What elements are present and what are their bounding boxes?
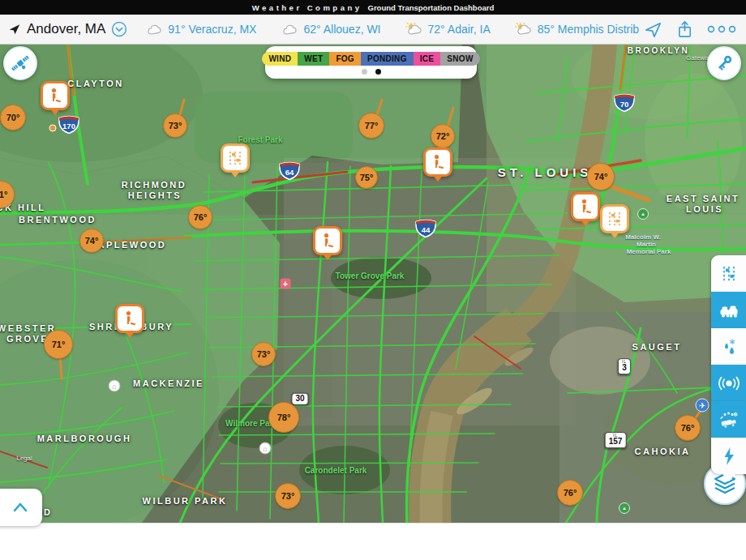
weather-condition-icon: [515, 23, 533, 36]
temperature-bubble[interactable]: 70°: [0, 105, 26, 130]
map-canvas[interactable]: 170 64 44: [0, 45, 746, 523]
dashboard-root: Weather Company Ground Transportation Da…: [0, 0, 746, 560]
road-report-icon: [606, 210, 624, 228]
alert-marker[interactable]: [423, 147, 452, 177]
map-label: WEBSTER: [0, 323, 56, 333]
temperature-bubble[interactable]: 77°: [358, 113, 384, 139]
route-report-button[interactable]: [711, 255, 746, 292]
legend-item: PONDING: [361, 52, 414, 66]
legend-item: ICE: [414, 52, 441, 66]
map-label: Legal: [16, 455, 32, 462]
pager-dot[interactable]: [362, 69, 367, 75]
temperature-bubble[interactable]: 71°: [44, 330, 73, 359]
svg-text:❄: ❄: [729, 337, 735, 345]
pedestrian-slip-icon: [121, 310, 139, 327]
more-options-icon[interactable]: [707, 24, 736, 34]
svg-text:170: 170: [62, 122, 75, 130]
map-label: CLAYTON: [67, 79, 123, 88]
map-layer-rail: ❄ ❄: [711, 255, 746, 474]
map-label: EAST SAINT: [667, 194, 740, 203]
station-chip-label: 62° Allouez, WI: [303, 23, 380, 36]
temperature-bubble[interactable]: 73°: [251, 342, 276, 366]
alert-marker[interactable]: [221, 143, 250, 173]
map-label: Forest Park: [238, 135, 282, 144]
pedestrian-slip-icon: [577, 198, 594, 216]
map-poi-icon: +: [281, 279, 291, 289]
pager-dot[interactable]: [375, 69, 381, 75]
location-selector[interactable]: Andover, MA: [0, 21, 127, 37]
legend-item: WIND: [262, 52, 298, 66]
interstate-shield: 170: [58, 114, 80, 138]
legend-item: WET: [298, 52, 329, 66]
interstate-shield: 64: [278, 160, 301, 184]
svg-text:64: 64: [285, 168, 294, 177]
route-shield: IL157: [605, 432, 627, 448]
key-icon: [714, 53, 735, 74]
chevron-down-circle-icon[interactable]: [111, 21, 127, 37]
window-titlebar: Weather Company Ground Transportation Da…: [0, 0, 746, 15]
lightning-button[interactable]: [711, 438, 746, 474]
temperature-bubble[interactable]: 78°: [268, 402, 299, 433]
collapse-panel-button[interactable]: [0, 489, 42, 526]
map-label: LOUIS: [686, 204, 723, 214]
map-label: BRENTWOOD: [19, 215, 96, 224]
svg-text:❄: ❄: [732, 411, 737, 418]
legend-item: SNOW: [440, 52, 479, 66]
collapse-chevron-icon: [10, 501, 31, 514]
radar-button[interactable]: [711, 365, 746, 401]
weather-condition-icon: [145, 23, 163, 36]
share-icon[interactable]: [675, 19, 694, 40]
location-name: Andover, MA: [27, 21, 105, 37]
station-chip[interactable]: 91° Veracruz, MX: [145, 23, 256, 36]
alert-marker[interactable]: [600, 204, 629, 233]
temperature-bubble[interactable]: 76°: [675, 415, 701, 441]
weather-condition-icon: [405, 23, 423, 36]
traffic-button[interactable]: [711, 292, 746, 328]
lightning-icon: [719, 446, 739, 467]
road-report-icon: [226, 149, 244, 167]
temperature-bubble[interactable]: 74°: [79, 229, 104, 253]
map-poi-icon: ▲: [619, 502, 630, 514]
alert-marker[interactable]: [313, 226, 342, 255]
temperature-bubble[interactable]: 76°: [557, 480, 583, 506]
station-chip[interactable]: 72° Adair, IA: [405, 23, 491, 36]
alert-marker[interactable]: [115, 304, 144, 333]
locate-arrow-black-icon: [8, 23, 21, 36]
timeline-playbar: 1x 4:20 PM EDT: [0, 523, 746, 560]
temperature-bubble[interactable]: 76°: [188, 205, 212, 229]
vehicle-weather-button[interactable]: ❄: [711, 401, 746, 438]
temperature-bubble[interactable]: 74°: [587, 163, 615, 190]
map-label: HEIGHTS: [128, 190, 182, 200]
map-label: ST. LOUIS: [498, 165, 593, 179]
map-poi-icon: ⌂: [259, 442, 272, 455]
legend-pager-dots[interactable]: [362, 69, 381, 75]
route-shield: IL3: [618, 358, 631, 374]
map-label: WILBUR PARK: [143, 496, 228, 506]
precip-type-button[interactable]: ❄: [711, 328, 746, 365]
brand-title: Weather Company: [252, 3, 362, 12]
map-label: CAHOKIA: [635, 447, 691, 456]
map-poi-icon: [49, 125, 57, 132]
hazard-legend-card: WINDWETFOGPONDINGICESNOW: [265, 46, 477, 79]
temperature-bubble[interactable]: 72°: [431, 124, 455, 148]
map-label: Tower Grove Park: [336, 271, 405, 280]
interstate-shield: 70: [613, 92, 636, 116]
temperature-bubble[interactable]: 73°: [163, 113, 187, 138]
map-label: MARLBOROUGH: [37, 434, 132, 443]
map-poi-icon: ✈: [696, 399, 710, 413]
station-chip[interactable]: 62° Allouez, WI: [281, 23, 380, 36]
map-poi-icon: ⌂: [109, 380, 121, 392]
satellite-view-button[interactable]: [3, 46, 37, 80]
temperature-bubble[interactable]: 75°: [355, 166, 378, 189]
station-chip[interactable]: 85° Memphis Distribut...: [515, 23, 639, 36]
temperature-bubble[interactable]: 73°: [275, 483, 301, 509]
interstate-shield: 44: [414, 218, 437, 242]
top-toolbar: Andover, MA 9: [0, 15, 746, 45]
station-chip-label: 85° Memphis Distribut...: [538, 23, 639, 36]
alert-marker[interactable]: [571, 192, 600, 221]
pedestrian-slip-icon: [46, 87, 64, 105]
key-button[interactable]: [707, 46, 741, 80]
alert-marker[interactable]: [41, 81, 70, 110]
hazard-legend: WINDWETFOGPONDINGICESNOW: [262, 52, 479, 66]
locate-me-icon[interactable]: [644, 20, 662, 39]
